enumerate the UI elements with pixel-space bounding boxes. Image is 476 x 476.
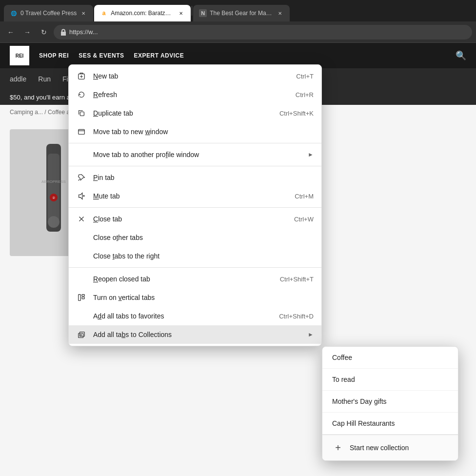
- tab-1-icon: 🌐: [10, 9, 18, 17]
- collection-item-to-read[interactable]: To read: [322, 369, 458, 391]
- tab-2[interactable]: a Amazon.com: Baratza Encore Co ✕: [94, 5, 191, 21]
- duplicate-tab-shortcut: Ctrl+Shift+K: [279, 110, 314, 117]
- product-image-svg: AEROPRESS ②: [34, 139, 73, 246]
- page-content: REI SHOP REI SES & EVENTS EXPERT ADVICE …: [0, 43, 476, 476]
- collection-coffee-label: Coffee: [332, 354, 352, 361]
- menu-section-4: Close tab Ctrl+W Close other tabs Close …: [69, 208, 321, 268]
- svg-marker-12: [79, 193, 82, 199]
- vertical-tabs-label: Turn on vertical tabs: [93, 294, 307, 301]
- menu-item-close-other-tabs[interactable]: Close other tabs: [69, 228, 321, 247]
- address-field[interactable]: https://w...: [54, 25, 472, 40]
- tab-1-title: 0 Travel Coffee Press: [20, 10, 77, 17]
- close-tabs-right-label: Close tabs to the right: [93, 252, 307, 260]
- mute-icon: [77, 191, 86, 201]
- rei-logo: REI: [10, 46, 29, 65]
- rei-nav-item-1: SES & EVENTS: [79, 52, 124, 59]
- svg-rect-18: [82, 295, 84, 297]
- move-profile-icon: [77, 150, 86, 159]
- tab-1[interactable]: 🌐 0 Travel Coffee Press ✕: [4, 5, 93, 21]
- browser-window: 🌐 0 Travel Coffee Press ✕ a Amazon.com: …: [0, 0, 476, 476]
- pin-icon: [77, 173, 86, 182]
- svg-rect-17: [79, 295, 81, 301]
- mute-tab-shortcut: Ctrl+M: [295, 193, 314, 200]
- add-favorites-icon: [77, 311, 86, 321]
- menu-item-mute-tab[interactable]: Mute tab Ctrl+M: [69, 187, 321, 205]
- menu-section-5: Reopen closed tab Ctrl+Shift+T Turn on v…: [69, 268, 321, 346]
- svg-text:②: ②: [52, 196, 55, 199]
- collections-icon: [77, 330, 86, 339]
- move-profile-arrow: ►: [308, 151, 314, 158]
- tab-3-icon: N: [199, 9, 207, 17]
- forward-button[interactable]: →: [20, 25, 34, 39]
- vertical-tabs-icon: [77, 293, 86, 302]
- svg-rect-9: [80, 112, 84, 116]
- close-right-icon: [77, 251, 86, 261]
- promo-text: $50, and you'll earn a: [10, 94, 70, 101]
- svg-text:AEROPRESS: AEROPRESS: [41, 179, 66, 184]
- tab-bar: 🌐 0 Travel Coffee Press ✕ a Amazon.com: …: [0, 0, 476, 21]
- new-tab-icon: [77, 71, 86, 81]
- close-tab-icon: [77, 214, 86, 224]
- address-text: https://w...: [69, 28, 98, 36]
- menu-item-pin-tab[interactable]: Pin tab: [69, 168, 321, 187]
- tab-3-title: The Best Gear for Making Pour-O: [210, 10, 273, 17]
- menu-item-move-new-window[interactable]: Move tab to new window: [69, 122, 321, 141]
- menu-item-close-tab[interactable]: Close tab Ctrl+W: [69, 210, 321, 228]
- tab-2-close[interactable]: ✕: [177, 9, 185, 17]
- menu-item-vertical-tabs[interactable]: Turn on vertical tabs: [69, 288, 321, 307]
- reopen-closed-shortcut: Ctrl+Shift+T: [280, 276, 314, 283]
- menu-section-1: New tab Ctrl+T Refresh Ctrl+R: [69, 65, 321, 143]
- close-other-icon: [77, 233, 86, 242]
- start-new-collection-label: Start new collection: [350, 444, 409, 452]
- back-button[interactable]: ←: [4, 25, 18, 39]
- duplicate-tab-label: Duplicate tab: [93, 109, 273, 117]
- menu-item-close-tabs-right[interactable]: Close tabs to the right: [69, 247, 321, 265]
- add-collections-arrow: ►: [308, 331, 314, 338]
- duplicate-icon: [77, 108, 86, 118]
- search-icon[interactable]: 🔍: [456, 50, 466, 61]
- nav-paddle: addle: [10, 75, 26, 83]
- menu-item-add-collections[interactable]: Add all tabs to Collections ► Coffee To …: [69, 325, 321, 344]
- add-collections-label: Add all tabs to Collections: [93, 331, 299, 338]
- tab-2-icon: a: [100, 9, 108, 17]
- move-profile-label: Move tab to another profile window: [93, 151, 299, 159]
- refresh-icon: [77, 90, 86, 99]
- refresh-shortcut: Ctrl+R: [296, 91, 314, 99]
- svg-line-11: [79, 179, 80, 181]
- add-favorites-label: Add all tabs to favorites: [93, 312, 272, 320]
- close-tab-label: Close tab: [93, 215, 287, 223]
- menu-item-reopen-closed[interactable]: Reopen closed tab Ctrl+Shift+T: [69, 270, 321, 288]
- svg-point-2: [48, 216, 60, 228]
- collection-item-coffee[interactable]: Coffee: [322, 347, 458, 369]
- collection-mothers-day-label: Mother's Day gifts: [332, 397, 387, 405]
- tab-1-close[interactable]: ✕: [79, 9, 87, 17]
- tab-3[interactable]: N The Best Gear for Making Pour-O ✕: [193, 5, 290, 21]
- collection-cap-hill-label: Cap Hill Restaurants: [332, 419, 395, 427]
- svg-rect-21: [79, 332, 84, 337]
- rei-nav-item-2: EXPERT ADVICE: [134, 52, 184, 59]
- svg-rect-10: [79, 130, 85, 135]
- svg-rect-1: [48, 154, 60, 222]
- start-new-collection-item[interactable]: + Start new collection: [322, 435, 458, 460]
- menu-item-duplicate-tab[interactable]: Duplicate tab Ctrl+Shift+K: [69, 104, 321, 122]
- tab-2-title: Amazon.com: Baratza Encore Co: [111, 10, 174, 17]
- move-window-icon: [77, 127, 86, 137]
- rei-nav: SES & EVENTS EXPERT ADVICE: [79, 52, 184, 59]
- menu-item-refresh[interactable]: Refresh Ctrl+R: [69, 85, 321, 104]
- pin-tab-label: Pin tab: [93, 174, 307, 181]
- tab-3-close[interactable]: ✕: [276, 9, 284, 17]
- menu-item-new-tab[interactable]: New tab Ctrl+T: [69, 67, 321, 85]
- tab-separator: [192, 6, 192, 16]
- lock-icon: [60, 29, 66, 36]
- add-favorites-shortcut: Ctrl+Shift+D: [279, 313, 314, 320]
- collection-item-mothers-day[interactable]: Mother's Day gifts: [322, 391, 458, 413]
- close-other-tabs-label: Close other tabs: [93, 234, 307, 241]
- close-tab-shortcut: Ctrl+W: [294, 216, 314, 223]
- menu-item-add-favorites[interactable]: Add all tabs to favorites Ctrl+Shift+D: [69, 307, 321, 325]
- new-tab-label: New tab: [93, 72, 289, 80]
- context-menu: New tab Ctrl+T Refresh Ctrl+R: [68, 64, 322, 346]
- menu-item-move-profile[interactable]: Move tab to another profile window ►: [69, 145, 321, 164]
- collection-item-cap-hill[interactable]: Cap Hill Restaurants: [322, 413, 458, 435]
- shop-rei-label: SHOP REI: [39, 52, 69, 59]
- reload-button[interactable]: ↻: [37, 25, 51, 39]
